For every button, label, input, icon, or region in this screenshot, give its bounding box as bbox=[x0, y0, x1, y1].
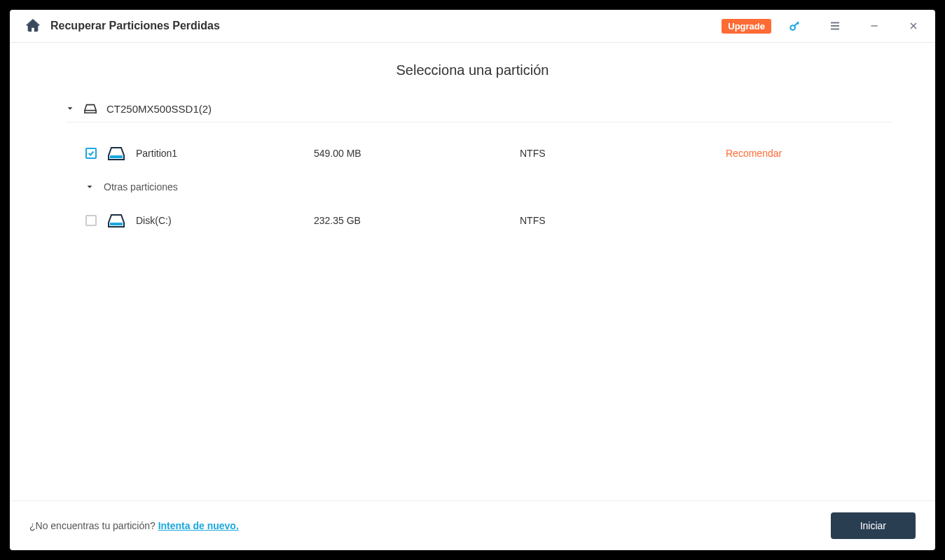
partition-row[interactable]: Disk(C:) 232.35 GB NTFS bbox=[66, 201, 893, 240]
partition-name: Partition1 bbox=[136, 148, 304, 159]
partition-checkbox[interactable] bbox=[85, 215, 97, 226]
partition-size: 232.35 GB bbox=[314, 215, 510, 226]
key-icon[interactable] bbox=[788, 19, 802, 33]
subgroup-label: Otras particiones bbox=[104, 181, 178, 192]
footer: ¿No encuentras tu partición? Intenta de … bbox=[10, 500, 935, 550]
chevron-down-icon[interactable] bbox=[66, 104, 74, 113]
partition-icon bbox=[106, 212, 126, 229]
footer-text: ¿No encuentras tu partición? Intenta de … bbox=[29, 520, 239, 531]
close-icon[interactable] bbox=[907, 20, 920, 32]
partition-filesystem: NTFS bbox=[520, 215, 716, 226]
partition-size: 549.00 MB bbox=[314, 148, 510, 159]
start-button[interactable]: Iniciar bbox=[831, 512, 916, 539]
partition-row[interactable]: Partition1 549.00 MB NTFS Recomendar bbox=[66, 134, 893, 173]
partition-filesystem: NTFS bbox=[520, 148, 716, 159]
content-area: Selecciona una partición CT250MX500SSD1(… bbox=[10, 43, 935, 500]
disk-group: CT250MX500SSD1(2) Partition1 549.00 MB N… bbox=[66, 95, 893, 240]
select-partition-heading: Selecciona una partición bbox=[52, 62, 893, 78]
page-title: Recuperar Particiones Perdidas bbox=[50, 20, 712, 32]
partition-name: Disk(C:) bbox=[136, 215, 304, 226]
chevron-down-icon[interactable] bbox=[85, 183, 94, 191]
svg-point-0 bbox=[790, 25, 795, 30]
disk-header[interactable]: CT250MX500SSD1(2) bbox=[66, 95, 893, 122]
svg-rect-8 bbox=[110, 155, 123, 158]
svg-rect-9 bbox=[110, 223, 123, 225]
upgrade-button[interactable]: Upgrade bbox=[722, 19, 771, 34]
titlebar: Recuperar Particiones Perdidas Upgrade bbox=[10, 10, 935, 43]
disk-name: CT250MX500SSD1(2) bbox=[106, 103, 212, 115]
retry-link[interactable]: Intenta de nuevo. bbox=[158, 520, 239, 531]
disk-icon bbox=[83, 101, 98, 116]
partition-status: Recomendar bbox=[726, 148, 782, 159]
partition-checkbox[interactable] bbox=[85, 148, 97, 159]
home-icon[interactable] bbox=[25, 18, 41, 34]
partition-icon bbox=[106, 145, 126, 162]
other-partitions-header[interactable]: Otras particiones bbox=[66, 173, 893, 201]
hamburger-menu-icon[interactable] bbox=[829, 20, 841, 32]
minimize-icon[interactable] bbox=[868, 20, 881, 32]
footer-question: ¿No encuentras tu partición? bbox=[29, 520, 158, 531]
